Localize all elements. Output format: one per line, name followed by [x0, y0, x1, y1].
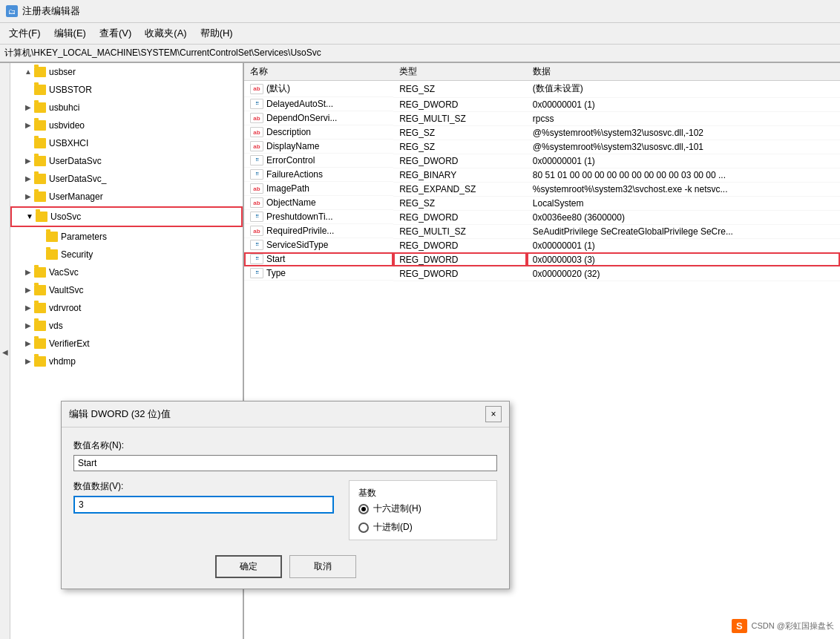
- tree-item-usbstor[interactable]: USBSTOR: [10, 81, 243, 99]
- reg-icon-dw: ⠿: [250, 254, 263, 264]
- table-row[interactable]: ⠿ ServiceSidType REG_DWORD 0x00000001 (1…: [244, 238, 840, 252]
- tree-toggle-vacsvc[interactable]: ▶: [22, 265, 34, 280]
- base-label: 基数: [358, 487, 488, 499]
- tree-item-usbuhci[interactable]: ▶ usbuhci: [10, 99, 243, 117]
- value-input[interactable]: [73, 496, 334, 514]
- reg-icon-dw: ⠿: [250, 99, 263, 109]
- table-row[interactable]: ab (默认) REG_SZ (数值未设置): [244, 81, 840, 98]
- watermark: S CSDN @彩虹国操盘长: [732, 619, 834, 633]
- name-input[interactable]: [73, 455, 497, 471]
- cell-data: 0x00000001 (1): [527, 154, 840, 168]
- cancel-button[interactable]: 取消: [289, 555, 356, 578]
- cell-name: ab DependOnServi...: [244, 111, 393, 125]
- reg-icon-ab: ab: [250, 113, 263, 123]
- name-label: 数值名称(N):: [73, 439, 497, 452]
- base-group: 基数 十六进制(H) 十进制(D): [349, 480, 497, 540]
- tree-item-usbser[interactable]: ▲ usbser: [10, 63, 243, 81]
- app-icon: 🗂: [6, 5, 18, 17]
- table-row[interactable]: ab DependOnServi... REG_MULTI_SZ rpcss: [244, 111, 840, 125]
- menu-edit[interactable]: 编辑(E): [48, 24, 92, 42]
- tree-toggle-vhdmp[interactable]: ▶: [22, 354, 34, 369]
- tree-item-vacsvc[interactable]: ▶ VacSvc: [10, 263, 243, 281]
- left-collapse-arrow[interactable]: ◀: [0, 63, 10, 639]
- tree-item-verifierext[interactable]: ▶ VerifierExt: [10, 335, 243, 353]
- tree-toggle-usermanager[interactable]: ▶: [22, 189, 34, 204]
- value-col: 数值数据(V):: [73, 480, 334, 540]
- ok-button[interactable]: 确定: [215, 555, 282, 578]
- dialog-body: 数值名称(N): 数值数据(V): 基数 十六进制(H) 十进制(D): [62, 427, 509, 549]
- radio-hex[interactable]: 十六进制(H): [358, 502, 488, 515]
- cell-data: SeAuditPrivilege SeCreateGlobalPrivilege…: [527, 224, 840, 238]
- cell-type: REG_DWORD: [393, 210, 527, 224]
- tree-label-userdatasvc: UserDataSvc: [49, 154, 102, 168]
- cell-data: 0x00000020 (32): [527, 266, 840, 281]
- reg-icon-ab: ab: [250, 127, 263, 137]
- tree-label-usermanager: UserManager: [49, 189, 103, 204]
- table-row[interactable]: ⠿ DelayedAutoSt... REG_DWORD 0x00000001 …: [244, 97, 840, 111]
- tree-label-usbser: usbser: [49, 65, 76, 79]
- tree-item-vhdmp[interactable]: ▶ vhdmp: [10, 353, 243, 370]
- tree-item-parameters[interactable]: Parameters: [10, 228, 243, 246]
- table-row[interactable]: ⠿ Start REG_DWORD 0x00000003 (3): [244, 252, 840, 266]
- cell-type: REG_SZ: [393, 81, 527, 98]
- table-row[interactable]: ⠿ ErrorControl REG_DWORD 0x00000001 (1): [244, 154, 840, 168]
- table-row[interactable]: ab ObjectName REG_SZ LocalSystem: [244, 196, 840, 210]
- folder-icon-usbxhci: [34, 138, 46, 148]
- tree-item-userdatasvc2[interactable]: ▶ UserDataSvc_: [10, 170, 243, 188]
- table-row[interactable]: ⠿ FailureActions REG_BINARY 80 51 01 00 …: [244, 168, 840, 182]
- cell-type: REG_SZ: [393, 125, 527, 140]
- radio-hex-label: 十六进制(H): [373, 502, 421, 515]
- cell-name: ⠿ ErrorControl: [244, 154, 393, 168]
- tree-label-security: Security: [61, 247, 93, 262]
- tree-toggle-vds[interactable]: ▶: [22, 318, 34, 333]
- tree-item-usbxhci[interactable]: USBXHCI: [10, 134, 243, 152]
- tree-toggle-usbser[interactable]: ▲: [22, 65, 34, 79]
- edit-dword-dialog: 编辑 DWORD (32 位)值 × 数值名称(N): 数值数据(V): 基数 …: [61, 401, 510, 589]
- tree-toggle-verifierext[interactable]: ▶: [22, 336, 34, 351]
- tree-toggle-userdatasvc2[interactable]: ▶: [22, 171, 34, 186]
- table-row[interactable]: ab ImagePath REG_EXPAND_SZ %systemroot%\…: [244, 182, 840, 196]
- tree-toggle-userdatasvc[interactable]: ▶: [22, 154, 34, 168]
- cell-data: %systemroot%\system32\svchost.exe -k net…: [527, 182, 840, 196]
- tree-item-security[interactable]: Security: [10, 246, 243, 263]
- tree-label-verifierext: VerifierExt: [49, 336, 90, 351]
- tree-item-usermanager[interactable]: ▶ UserManager: [10, 188, 243, 206]
- address-bar: 计算机\HKEY_LOCAL_MACHINE\SYSTEM\CurrentCon…: [0, 45, 840, 63]
- menu-favorites[interactable]: 收藏夹(A): [139, 24, 192, 42]
- menu-file[interactable]: 文件(F): [3, 24, 47, 42]
- cell-data: 0x00000001 (1): [527, 97, 840, 111]
- tree-label-vdrvroot: vdrvroot: [49, 301, 81, 315]
- table-row[interactable]: ⠿ PreshutdownTi... REG_DWORD 0x0036ee80 …: [244, 210, 840, 224]
- data-label: 数值数据(V):: [73, 480, 334, 493]
- tree-toggle-usbvideo[interactable]: ▶: [22, 118, 34, 133]
- menu-help[interactable]: 帮助(H): [194, 24, 239, 42]
- table-row[interactable]: ab DisplayName REG_SZ @%systemroot%\syst…: [244, 140, 840, 154]
- cell-data: @%systemroot%\system32\usosvc.dll,-102: [527, 125, 840, 140]
- tree-toggle-vdrvroot[interactable]: ▶: [22, 301, 34, 315]
- tree-item-usosvc[interactable]: ▼ UsoSvc: [10, 206, 243, 227]
- dialog-close-button[interactable]: ×: [485, 406, 502, 422]
- radio-group: 十六进制(H) 十进制(D): [358, 502, 488, 534]
- radio-dec[interactable]: 十进制(D): [358, 521, 488, 534]
- radio-dec-circle: [358, 522, 369, 533]
- table-row[interactable]: ab Description REG_SZ @%systemroot%\syst…: [244, 125, 840, 140]
- table-row[interactable]: ⠿ Type REG_DWORD 0x00000020 (32): [244, 266, 840, 281]
- tree-item-usbvideo[interactable]: ▶ usbvideo: [10, 117, 243, 134]
- tree-toggle-vaultsvc[interactable]: ▶: [22, 283, 34, 298]
- col-header-name: 名称: [244, 63, 393, 81]
- radio-hex-circle: [358, 504, 369, 514]
- folder-icon-usbser: [34, 67, 46, 77]
- cell-name: ab RequiredPrivile...: [244, 224, 393, 238]
- tree-toggle-usbuhci[interactable]: ▶: [22, 100, 34, 115]
- reg-icon-ab: ab: [250, 84, 263, 94]
- menu-view[interactable]: 查看(V): [93, 24, 137, 42]
- tree-item-vdrvroot[interactable]: ▶ vdrvroot: [10, 299, 243, 317]
- tree-item-vaultsvc[interactable]: ▶ VaultSvc: [10, 281, 243, 299]
- cell-name: ⠿ Type: [244, 266, 393, 281]
- tree-item-userdatasvc[interactable]: ▶ UserDataSvc: [10, 152, 243, 170]
- tree-item-vds[interactable]: ▶ vds: [10, 317, 243, 335]
- tree-toggle-usosvc[interactable]: ▼: [24, 209, 36, 224]
- tree-label-usosvc: UsoSvc: [50, 209, 81, 224]
- table-row[interactable]: ab RequiredPrivile... REG_MULTI_SZ SeAud…: [244, 224, 840, 238]
- folder-icon-parameters: [46, 232, 58, 242]
